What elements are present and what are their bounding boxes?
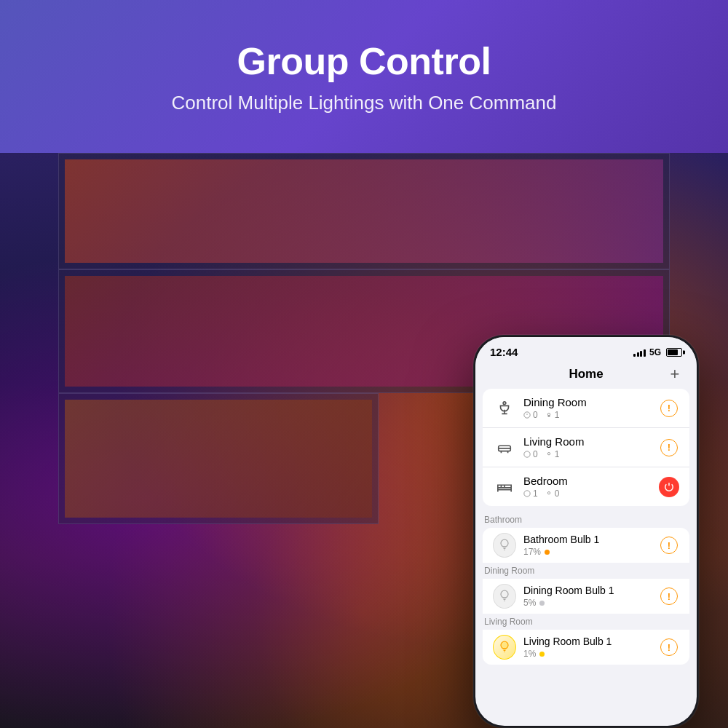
bathroom-bulb1-action[interactable]: ! xyxy=(659,535,679,555)
status-bar: 12:44 5G xyxy=(475,337,697,361)
device-item-living-bulb1[interactable]: Living Room Bulb 1 1% ! xyxy=(483,630,689,665)
section-header-living-device: Living Room xyxy=(475,614,697,630)
dining-plug-count: 0 xyxy=(523,410,538,420)
bathroom-bulb1-percent: 17% xyxy=(523,547,541,557)
room-item-living[interactable]: Living Room 0 1 xyxy=(483,428,689,467)
svg-point-0 xyxy=(503,401,506,404)
living-room-action[interactable]: ! xyxy=(659,438,679,458)
device-list-living: Living Room Bulb 1 1% ! xyxy=(483,630,689,665)
svg-point-13 xyxy=(547,492,550,494)
bedroom-icon xyxy=(493,475,516,499)
living-room-info: Living Room 0 1 xyxy=(523,435,659,459)
dining-bulb1-icon xyxy=(493,585,516,608)
phone-screen: 12:44 5G xyxy=(475,337,697,726)
section-header-bathroom: Bathroom xyxy=(475,512,697,528)
bathroom-bulb1-icon xyxy=(493,534,516,557)
status-dot-dining xyxy=(539,601,545,606)
room-item-dining[interactable]: Dining Room 0 1 xyxy=(483,389,689,428)
device-item-bathroom-bulb1[interactable]: Bathroom Bulb 1 17% ! xyxy=(483,528,689,563)
section-header-dining-device: Dining Room xyxy=(475,563,697,579)
dining-bulb1-name: Dining Room Bulb 1 xyxy=(523,585,659,596)
svg-point-16 xyxy=(501,641,508,649)
living-room-icon xyxy=(493,436,516,459)
sub-title: Control Multiple Lightings with One Comm… xyxy=(172,92,557,114)
living-bulb1-percent: 1% xyxy=(523,649,536,659)
power-icon-bedroom xyxy=(659,477,679,497)
svg-point-14 xyxy=(501,539,508,547)
living-bulb1-icon xyxy=(493,636,516,659)
phone-outer-shell: 12:44 5G xyxy=(473,335,699,728)
network-type: 5G xyxy=(649,347,661,357)
page-wrapper: Group Control Control Multiple Lightings… xyxy=(0,0,728,728)
dining-room-info: Dining Room 0 1 xyxy=(523,396,659,420)
battery-icon xyxy=(666,348,682,357)
device-list-dining: Dining Room Bulb 1 5% ! xyxy=(483,579,689,614)
house-upper-floor xyxy=(58,153,670,269)
status-dot-bathroom xyxy=(545,550,550,555)
status-dot-living xyxy=(539,652,545,657)
bedroom-name: Bedroom xyxy=(523,475,659,487)
bulb-active-circle-living xyxy=(493,635,516,660)
dining-bulb1-percent: 5% xyxy=(523,598,536,608)
room-item-bedroom[interactable]: Bedroom 1 0 xyxy=(483,467,689,506)
house-lower-floor xyxy=(58,393,379,524)
living-plug-count: 0 xyxy=(523,449,538,459)
dining-bulb1-info: Dining Room Bulb 1 5% xyxy=(523,585,659,608)
living-bulb1-name: Living Room Bulb 1 xyxy=(523,636,659,647)
svg-point-12 xyxy=(524,491,530,496)
app-title: Home xyxy=(569,367,603,381)
dining-room-icon xyxy=(493,397,516,420)
bathroom-bulb1-info: Bathroom Bulb 1 17% xyxy=(523,534,659,557)
status-icons: 5G xyxy=(633,347,682,357)
svg-point-15 xyxy=(501,590,508,598)
dining-room-name: Dining Room xyxy=(523,396,659,408)
bedroom-info: Bedroom 1 0 xyxy=(523,475,659,499)
add-button[interactable]: + xyxy=(666,365,684,383)
room-list: Dining Room 0 1 xyxy=(483,389,689,506)
alert-icon-dining-bulb1: ! xyxy=(660,587,678,605)
living-room-stats: 0 1 xyxy=(523,449,659,459)
device-item-dining-bulb1[interactable]: Dining Room Bulb 1 5% ! xyxy=(483,579,689,614)
living-bulb1-action[interactable]: ! xyxy=(659,637,679,657)
alert-icon-living-bulb1: ! xyxy=(660,638,678,656)
signal-bars-icon xyxy=(633,348,646,357)
bedroom-plug-count: 1 xyxy=(523,488,538,499)
phone-container: 12:44 5G xyxy=(473,335,699,728)
dining-bulb1-action[interactable]: ! xyxy=(659,586,679,606)
status-time: 12:44 xyxy=(490,346,518,358)
dining-bulb-count: 1 xyxy=(545,410,560,420)
dining-room-stats: 0 1 xyxy=(523,410,659,420)
living-bulb-count: 1 xyxy=(545,449,560,459)
alert-icon-dining: ! xyxy=(660,400,678,417)
svg-point-10 xyxy=(524,451,530,457)
living-bulb1-info: Living Room Bulb 1 1% xyxy=(523,636,659,659)
dining-room-action[interactable]: ! xyxy=(659,398,679,419)
svg-point-11 xyxy=(547,453,550,455)
bathroom-bulb1-name: Bathroom Bulb 1 xyxy=(523,534,659,545)
app-header: Home + xyxy=(475,361,697,389)
bulb-inactive-circle xyxy=(493,533,516,558)
svg-point-6 xyxy=(547,414,550,416)
bathroom-bulb1-status: 17% xyxy=(523,547,659,557)
alert-icon-bathroom-bulb1: ! xyxy=(660,537,678,554)
device-list-bathroom: Bathroom Bulb 1 17% ! xyxy=(483,528,689,563)
bulb-inactive-circle-dining xyxy=(493,584,516,609)
alert-icon-living: ! xyxy=(660,439,678,456)
bedroom-stats: 1 0 xyxy=(523,488,659,499)
living-bulb1-status: 1% xyxy=(523,649,659,659)
bedroom-action[interactable] xyxy=(659,477,679,497)
header-section: Group Control Control Multiple Lightings… xyxy=(0,0,728,153)
bedroom-bulb-count: 0 xyxy=(545,488,560,499)
main-title: Group Control xyxy=(237,39,491,83)
dining-bulb1-status: 5% xyxy=(523,598,659,608)
living-room-name: Living Room xyxy=(523,435,659,448)
battery-fill xyxy=(668,349,678,355)
